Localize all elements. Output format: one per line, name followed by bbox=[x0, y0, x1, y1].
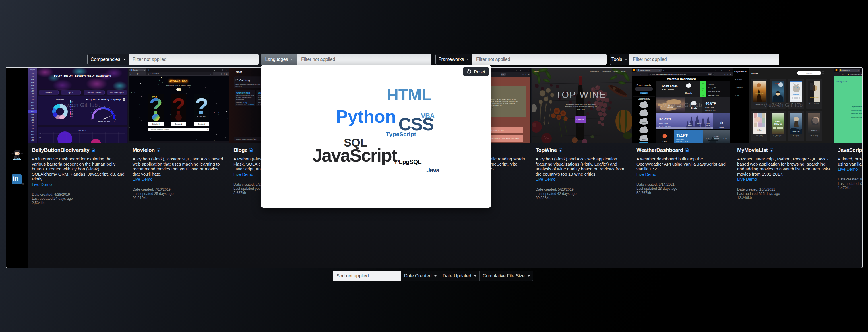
svg-text:blogz: blogz bbox=[236, 71, 242, 73]
svg-text:Selection 2: Selection 2 bbox=[175, 123, 182, 125]
svg-text:● 966: ● 966 bbox=[31, 137, 34, 138]
svg-text:Selection 3: Selection 3 bbox=[198, 123, 205, 125]
svg-text:27.29°F: 27.29°F bbox=[724, 137, 727, 138]
svg-text:● 961: ● 961 bbox=[31, 125, 34, 127]
svg-text:☺: ☺ bbox=[735, 78, 737, 80]
svg-text:77%: 77% bbox=[660, 106, 662, 107]
svg-text:https://theodoremoreland.githu: https://theodoremoreland.github.io/JavaS… bbox=[850, 74, 863, 75]
svg-text:957: 957 bbox=[71, 116, 73, 118]
svg-text:Movies: Movies bbox=[737, 87, 743, 88]
svg-text:TOP WINE: TOP WINE bbox=[555, 90, 606, 100]
svg-text:☰: ☰ bbox=[528, 74, 530, 75]
svg-text:⎉: ⎉ bbox=[735, 95, 736, 97]
svg-text:×: × bbox=[729, 69, 730, 71]
svg-text:CONTINUE: CONTINUE bbox=[577, 119, 585, 121]
svg-text:☆: ☆ bbox=[713, 73, 714, 75]
svg-text:Humidity: Humidity bbox=[688, 125, 691, 126]
svg-text:Visualizations: Visualizations bbox=[590, 70, 599, 72]
svg-text:11.45mph: 11.45mph bbox=[714, 136, 718, 137]
svg-text:to power; and where power: to power; and where power bbox=[236, 97, 251, 98]
svg-text:☰: ☰ bbox=[730, 73, 732, 75]
svg-text:+: + bbox=[663, 69, 664, 71]
svg-text:Belly button washing frequency: Belly button washing frequency bbox=[86, 98, 121, 101]
svg-text:Temp: 43.3°F: Temp: 43.3°F bbox=[708, 84, 716, 85]
svg-text:● 959: ● 959 bbox=[31, 120, 34, 121]
svg-text:750: 750 bbox=[71, 111, 73, 112]
svg-text:☉: ☉ bbox=[221, 73, 222, 75]
svg-text:I N: I N bbox=[702, 85, 704, 87]
svg-text:Feels Like: Feels Like bbox=[724, 138, 728, 139]
svg-text:● 946: ● 946 bbox=[31, 88, 34, 89]
svg-text:→: → bbox=[133, 73, 135, 75]
svg-text:Unlocked (2017): Unlocked (2017) bbox=[756, 104, 763, 105]
svg-text:Fri Nov 24 2023: Fri Nov 24 2023 bbox=[662, 89, 674, 91]
svg-text:Selection 1: Selection 1 bbox=[152, 123, 159, 125]
svg-text:Instructions • Log in - Profil: Instructions • Log in - Profile - About bbox=[166, 85, 191, 87]
svg-text:Visualizations and analysis of: Visualizations and analysis of wine qual… bbox=[566, 103, 596, 105]
svg-text:View on GitHub: View on GitHub bbox=[663, 102, 702, 108]
svg-text:● 963: ● 963 bbox=[31, 131, 34, 132]
svg-text:Saint Louis: Saint Louis bbox=[676, 138, 684, 140]
svg-text:Conclusions: Conclusions bbox=[602, 70, 611, 72]
svg-text:A Teacher (2013): A Teacher (2013) bbox=[810, 135, 818, 137]
svg-text:+: + bbox=[862, 69, 863, 71]
svg-text:time limit starting the mome: time limit starting the mome bbox=[851, 109, 863, 111]
svg-text:127.0.0.1:5000: 127.0.0.1:5000 bbox=[150, 73, 159, 75]
svg-text:● 954: ● 954 bbox=[31, 108, 34, 109]
svg-text:50: 50 bbox=[39, 141, 40, 142]
svg-text:0 comments: 0 comments bbox=[248, 104, 254, 105]
svg-text:Try to answer the following: Try to answer the following bbox=[851, 106, 863, 108]
svg-text:Clouds: Clouds bbox=[685, 92, 692, 94]
svg-text:↧: ↧ bbox=[525, 74, 526, 75]
svg-text:● 944: ● 944 bbox=[31, 82, 34, 83]
svg-text:←: ← bbox=[835, 73, 837, 75]
svg-text:WOMAN IN GOLD: WOMAN IN GOLD bbox=[810, 97, 818, 98]
svg-text:☆: ☆ bbox=[507, 74, 508, 76]
svg-text:↧: ↧ bbox=[727, 73, 728, 75]
svg-text:□: □ bbox=[222, 69, 223, 71]
svg-text:M: M bbox=[771, 150, 772, 152]
svg-text:↻: ↻ bbox=[640, 73, 641, 75]
svg-text:80%: 80% bbox=[709, 74, 711, 75]
svg-text:×: × bbox=[858, 69, 859, 71]
svg-text:Age: 37: Age: 37 bbox=[68, 92, 73, 94]
svg-text:→: → bbox=[637, 73, 638, 75]
svg-text:Feels Like: Feels Like bbox=[706, 125, 710, 126]
svg-text:● 958: ● 958 bbox=[31, 117, 34, 118]
svg-text:Weather Dashboard: Weather Dashboard bbox=[640, 70, 650, 71]
svg-text:M: M bbox=[93, 150, 94, 152]
svg-text:written by CarlJung: written by CarlJung bbox=[236, 102, 247, 104]
svg-text:● 941: ● 941 bbox=[31, 76, 34, 77]
svg-text:774: 774 bbox=[71, 101, 73, 102]
svg-text:View on GitHub: View on GitHub bbox=[764, 102, 803, 108]
svg-text:462: 462 bbox=[71, 109, 73, 110]
svg-text:● 947: ● 947 bbox=[31, 90, 34, 92]
svg-text:940: 940 bbox=[71, 114, 73, 115]
svg-text:🔒: 🔒 bbox=[848, 73, 849, 75]
svg-text:←: ← bbox=[633, 73, 635, 75]
svg-text:100: 100 bbox=[39, 137, 41, 138]
svg-text:NOAH: NOAH bbox=[792, 131, 800, 133]
svg-text:←: ← bbox=[130, 73, 132, 75]
svg-text:☰: ☰ bbox=[226, 73, 228, 75]
svg-text:View highscores: View highscores bbox=[836, 80, 848, 82]
svg-text:Post count: 4: Post count: 4 bbox=[235, 86, 242, 87]
svg-text:200: 200 bbox=[39, 133, 41, 134]
svg-text:A TEACHER: A TEACHER bbox=[811, 129, 817, 131]
svg-text:⌄: ⌄ bbox=[214, 69, 215, 71]
svg-text:based on reviews from the coun: based on reviews from the country's top … bbox=[565, 106, 597, 108]
svg-text:M: M bbox=[560, 150, 561, 152]
svg-text:subject:: subject: bbox=[31, 70, 34, 71]
svg-text:Weather Dashboard: Weather Dashboard bbox=[667, 77, 696, 80]
svg-text:Credits: Credits bbox=[613, 70, 618, 72]
svg-text:Search: Search bbox=[642, 92, 645, 94]
svg-text:Snow: Snow bbox=[719, 127, 724, 129]
svg-text:7 washes per week: 7 washes per week bbox=[96, 121, 110, 123]
svg-text:Profile: Profile bbox=[737, 78, 742, 80]
svg-text:wine critics.: wine critics. bbox=[577, 108, 585, 110]
svg-text:Home: Home bbox=[534, 70, 539, 72]
svg-text:REBORN: REBORN bbox=[197, 116, 206, 118]
svg-text:×: × bbox=[659, 69, 660, 71]
svg-text:KUBO: KUBO bbox=[775, 82, 780, 84]
svg-text:ⓘ: ⓘ bbox=[148, 73, 149, 75]
